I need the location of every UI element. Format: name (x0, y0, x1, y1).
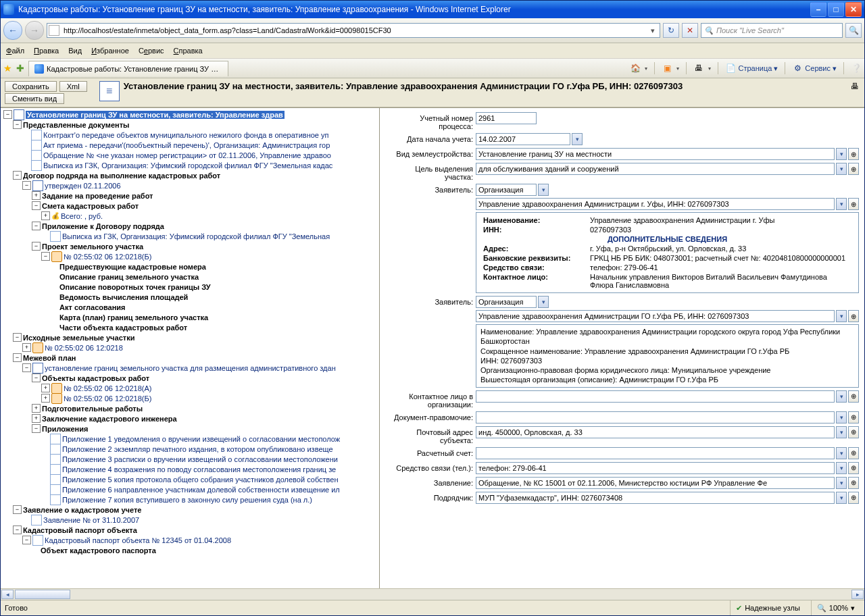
purpose-input[interactable] (476, 163, 835, 175)
tree-item[interactable]: Описание границ земельного участка (59, 273, 199, 281)
menu-help[interactable]: Справка (174, 47, 203, 55)
tree-item[interactable]: № 02:55:02 06 12:0218(Б) (64, 394, 151, 403)
back-button[interactable]: ← (3, 21, 22, 40)
menu-edit[interactable]: Правка (34, 47, 59, 55)
menu-favorites[interactable]: Избранное (91, 47, 129, 55)
tree-item[interactable]: Приложение 2 экземпляр печатного издания… (62, 445, 333, 453)
left-hscroll[interactable]: ◂ ▸ (1, 588, 864, 600)
browser-tab[interactable]: Кадастровые работы: Установление границ … (28, 61, 228, 76)
tools-menu[interactable]: ⚙Сервис ▾ (792, 63, 837, 74)
address-bar[interactable]: ▾ (47, 23, 660, 38)
tree-item[interactable]: Части объекта кадастровых работ (59, 324, 187, 332)
help-icon[interactable]: ❔ (851, 63, 862, 74)
tree-item[interactable]: Заявление № от 31.10.2007 (43, 516, 139, 524)
tree-item[interactable]: Подготовительные работы (42, 405, 143, 413)
tree-item[interactable]: Карта (план) границ земельного участка (59, 313, 208, 322)
tree-item[interactable]: № 02:55:02 06 12:0218 (45, 344, 123, 352)
tree-item[interactable]: Приложение 5 копия протокола общего собр… (62, 476, 339, 484)
search-button[interactable]: 🔍 (845, 23, 862, 38)
tree-contract[interactable]: Договор подряда на выполнение кадастровы… (23, 172, 220, 180)
date-picker-button[interactable]: ▾ (572, 133, 583, 145)
applicant1-input[interactable] (476, 198, 835, 210)
menu-service[interactable]: Сервис (139, 47, 164, 55)
tree-item[interactable]: № 02:55:02 06 12:0218(А) (64, 384, 151, 392)
tree-item[interactable]: Кадастровый паспорт объекта (23, 526, 137, 534)
doc-auth-input[interactable] (476, 411, 835, 424)
minimize-button[interactable]: – (810, 2, 826, 17)
tree-item[interactable]: Приложения (42, 425, 88, 433)
type-input[interactable] (476, 148, 835, 160)
tree-item[interactable]: Заявление о кадастровом учете (23, 506, 141, 514)
label-purpose: Цель выделения участка: (385, 163, 473, 181)
tree-item[interactable]: № 02:55:02 06 12:0218(Б) (64, 253, 151, 261)
print-page-icon[interactable]: 🖶 (849, 81, 860, 92)
applicant-type-select[interactable] (476, 184, 537, 196)
tree-item[interactable]: Выписка из ГЗК, Организация: Уфимский го… (62, 232, 330, 240)
tree-item[interactable]: Описание поворотных точек границы ЗУ (59, 283, 210, 291)
tree-docs[interactable]: Представленные документы (23, 121, 130, 129)
xml-button[interactable]: Xml (59, 81, 87, 92)
tree-item[interactable]: Исходные земельные участки (23, 334, 134, 342)
applicant2-input[interactable] (476, 310, 835, 322)
stop-button[interactable]: ✕ (682, 23, 698, 38)
print-icon[interactable]: 🖶 (693, 63, 704, 74)
exp-icon[interactable]: − (3, 110, 12, 119)
forward-button[interactable]: → (25, 21, 44, 40)
tree-item[interactable]: Обращение № <не указан номер регистрации… (43, 151, 331, 159)
refresh-button[interactable]: ↻ (663, 23, 679, 38)
tree-item[interactable]: Приложение 7 копия вступившего в законну… (62, 496, 312, 504)
add-favorite-icon[interactable]: ✚ (16, 63, 24, 74)
tree-item[interactable]: Приложение 3 расписки о вручении извещен… (62, 455, 338, 463)
help-button[interactable]: ⊕ (848, 148, 859, 160)
acct-input[interactable] (476, 112, 537, 124)
comm-input[interactable] (476, 462, 835, 474)
label-type: Вид землеустройства: (385, 148, 473, 158)
tree-item[interactable]: Приложение 1 уведомления о вручении изве… (62, 435, 340, 443)
postal-input[interactable] (476, 426, 835, 438)
maximize-button[interactable]: □ (828, 2, 844, 17)
tree-item[interactable]: Заключение кадастрового инженера (42, 415, 177, 423)
tree-item[interactable]: Задание на проведение работ (42, 192, 153, 200)
switch-view-button[interactable]: Сменить вид (5, 93, 64, 104)
tree-root[interactable]: Установление границ ЗУ на местности, зая… (26, 111, 285, 119)
tree-item[interactable]: Контракт'о передаче объектов муниципальн… (43, 131, 328, 139)
feeds-icon[interactable]: ▣ (662, 63, 672, 74)
statement-input[interactable] (476, 477, 835, 489)
tree-item[interactable]: Проект земельного участка (42, 242, 143, 251)
contact-org-input[interactable] (476, 390, 835, 403)
tree-item[interactable]: Смета кадастровых работ (42, 202, 139, 210)
scroll-thumb[interactable] (15, 590, 70, 599)
scroll-left-button[interactable]: ◂ (1, 590, 14, 599)
tree-item[interactable]: Кадастровый паспорт объекта № 12345 от 0… (45, 536, 231, 544)
tree-item[interactable]: Ведомость вычисления площадей (59, 293, 188, 301)
save-button[interactable]: Сохранить (5, 81, 57, 92)
home-icon[interactable]: 🏠 (630, 63, 641, 74)
contractor-input[interactable] (476, 492, 835, 504)
tree-item[interactable]: Акт приема - передачи'(пообъектный переч… (43, 141, 330, 149)
tree-item[interactable]: установление границ земельного участка д… (45, 364, 336, 372)
url-dropdown[interactable]: ▾ (647, 26, 658, 35)
menu-file[interactable]: ФФайлайл (6, 47, 24, 55)
tree-item[interactable]: Межевой план (23, 354, 76, 362)
tree-item[interactable]: Предшествующие кадастровые номера (59, 263, 206, 271)
scroll-right-button[interactable]: ▸ (851, 590, 864, 599)
tree-item[interactable]: Приложение к Договору подряда (42, 222, 164, 230)
tree-item[interactable]: Приложение 4 возражения по поводу соглас… (62, 465, 336, 473)
close-button[interactable]: ✕ (845, 2, 862, 17)
url-input[interactable] (62, 26, 645, 35)
applicant2-type-select[interactable] (476, 296, 537, 308)
tree-item[interactable]: утвержден 02.11.2006 (45, 182, 121, 190)
tree-item[interactable]: Объекты кадастровых работ (42, 374, 149, 382)
tree-item[interactable]: Объект кадастрового паспорта (41, 546, 156, 555)
page-menu[interactable]: 📄Страница ▾ (725, 63, 778, 74)
startdate-input[interactable] (476, 133, 570, 145)
tree-item[interactable]: Приложение 6 направленное участникам дол… (62, 486, 340, 494)
menu-view[interactable]: Вид (68, 47, 82, 55)
tree-item[interactable]: Акт согласования (59, 303, 126, 311)
tree-item[interactable]: Всего: , руб. (61, 212, 103, 220)
dropdown-button[interactable]: ▾ (836, 148, 847, 160)
settle-input[interactable] (476, 447, 835, 459)
favorites-star-icon[interactable]: ★ (3, 63, 12, 74)
search-box[interactable]: 🔍 Поиск "Live Search" (701, 23, 843, 38)
tree-item[interactable]: Выписка из ГЗК, Организация: Уфимский го… (43, 161, 332, 170)
